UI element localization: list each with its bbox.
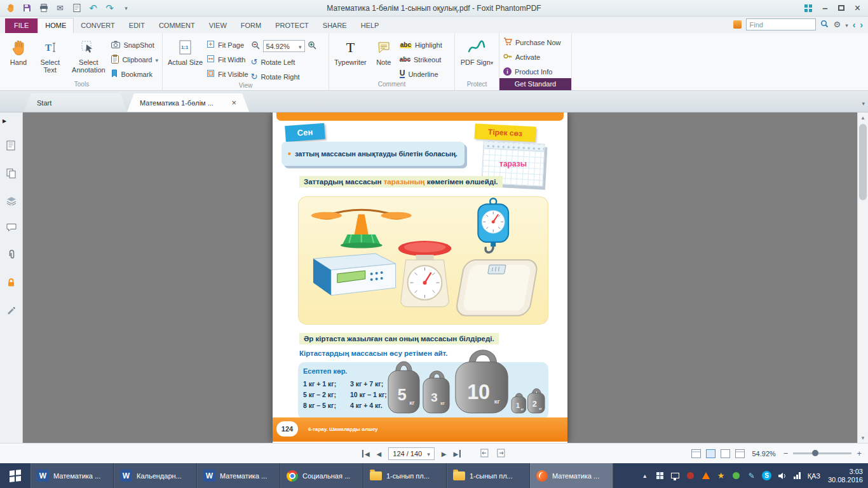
attachments-panel-icon[interactable] <box>8 250 15 261</box>
get-standard-button[interactable]: Get Standard <box>499 78 571 90</box>
comments-panel-icon[interactable] <box>6 223 17 233</box>
quick-find-icon[interactable] <box>733 20 742 29</box>
settings-caret-icon[interactable] <box>845 21 848 29</box>
taskbar-item-word-2[interactable]: Кальендарн... <box>114 463 197 488</box>
language-indicator[interactable]: ҚАЗ <box>808 472 820 480</box>
actual-size-button[interactable]: 1:1 Actual Size <box>166 36 204 67</box>
tab-edit[interactable]: EDIT <box>122 18 152 33</box>
undo-icon[interactable] <box>88 3 98 13</box>
close-tab-icon[interactable] <box>231 98 236 107</box>
highlight-button[interactable]: abc Highlight <box>400 40 442 50</box>
taskbar-item-word-3[interactable]: Математика ... <box>197 463 280 488</box>
search-icon[interactable] <box>820 20 829 29</box>
taskbar-item-chrome[interactable]: Социальная ... <box>280 463 363 488</box>
tab-convert[interactable]: CONVERT <box>74 18 122 33</box>
skype-icon[interactable] <box>762 471 772 481</box>
redo-icon[interactable] <box>104 3 115 13</box>
rotate-right-button[interactable]: ↻ Rotate Right <box>251 72 317 81</box>
clock[interactable]: 3:03 30.08.2016 <box>825 468 863 484</box>
bookmarks-panel-icon[interactable] <box>6 140 16 152</box>
fit-page-button[interactable]: Fit Page <box>207 40 248 50</box>
zoom-combobox[interactable]: 54.92% <box>263 40 305 52</box>
customize-toolbar-caret-icon[interactable] <box>121 3 132 13</box>
product-info-button[interactable]: i Product Info <box>503 67 561 76</box>
zoom-out-button[interactable]: − <box>783 449 789 458</box>
pen-app-icon[interactable] <box>747 471 757 481</box>
zoom-slider[interactable] <box>793 452 851 454</box>
speaker-icon[interactable] <box>777 471 787 481</box>
scroll-up-icon[interactable] <box>858 112 868 123</box>
tab-file[interactable]: FILE <box>5 18 37 33</box>
clipboard-button[interactable]: Clipboard <box>111 55 158 64</box>
tab-view[interactable]: VIEW <box>202 18 234 33</box>
start-button[interactable] <box>0 463 31 488</box>
print-icon[interactable] <box>38 3 49 13</box>
record-app-icon[interactable] <box>686 471 696 481</box>
tab-home[interactable]: HOME <box>37 18 74 33</box>
snapshot-button[interactable]: SnapShot <box>111 40 158 50</box>
apps-grid-icon[interactable] <box>804 4 812 12</box>
star-app-icon[interactable] <box>716 471 726 481</box>
typewriter-button[interactable]: T Typewriter <box>333 36 368 67</box>
maximize-button[interactable] <box>838 5 844 11</box>
tab-comment[interactable]: COMMENT <box>152 18 202 33</box>
tab-protect[interactable]: PROTECT <box>268 18 316 33</box>
layers-panel-icon[interactable] <box>6 196 17 207</box>
facing-view-icon[interactable] <box>721 449 730 458</box>
pdf-page[interactable]: Сен • заттың массасын анықтауды білетін … <box>273 112 567 443</box>
taskbar-item-word-1[interactable]: Математика ... <box>31 463 114 488</box>
panel-toggle-icon[interactable] <box>0 116 6 124</box>
tab-help[interactable]: HELP <box>354 18 386 33</box>
underline-button[interactable]: U Underline <box>400 69 442 79</box>
single-page-view-icon[interactable] <box>691 449 701 458</box>
pdf-sign-button[interactable]: PDF Sign <box>459 36 495 68</box>
rotate-left-button[interactable]: ↺ Rotate Left <box>251 57 317 67</box>
taskbar-item-foxit[interactable]: Математика ... <box>530 463 613 488</box>
page-number-combobox[interactable]: 124 / 140 <box>388 447 434 460</box>
next-page-button[interactable] <box>442 450 447 458</box>
green-app-icon[interactable] <box>731 471 742 481</box>
scrollbar-thumb[interactable] <box>859 124 867 200</box>
network-icon[interactable] <box>792 471 803 481</box>
doc-tab-start[interactable]: Start <box>24 93 127 112</box>
purchase-now-button[interactable]: Purchase Now <box>503 37 561 47</box>
taskbar-item-folder-2[interactable]: 1-сынып пл... <box>447 463 530 488</box>
previous-page-button[interactable] <box>377 450 382 458</box>
select-annotation-button[interactable]: Select Annotation <box>68 36 109 75</box>
strikeout-button[interactable]: abc Strikeout <box>400 55 442 64</box>
zoom-in-button[interactable]: + <box>857 449 862 458</box>
first-page-button[interactable] <box>362 450 370 458</box>
tab-share[interactable]: SHARE <box>316 18 354 33</box>
tiles-icon[interactable] <box>655 471 665 481</box>
signature-panel-icon[interactable] <box>6 305 16 316</box>
activate-button[interactable]: Activate <box>503 52 561 62</box>
chevron-left-icon[interactable] <box>853 20 856 30</box>
find-input[interactable] <box>746 18 816 30</box>
print-preview-icon[interactable] <box>71 3 82 13</box>
continuous-facing-view-icon[interactable] <box>735 449 745 458</box>
fit-visible-button[interactable]: Fit Visible <box>207 69 248 79</box>
last-page-button[interactable] <box>453 450 461 458</box>
tab-form[interactable]: FORM <box>234 18 268 33</box>
minimize-button[interactable] <box>822 3 827 13</box>
note-button[interactable]: Note <box>370 36 397 67</box>
bookmark-button[interactable]: Bookmark <box>111 69 158 79</box>
previous-view-icon[interactable] <box>480 449 489 459</box>
scroll-down-icon[interactable] <box>858 433 868 443</box>
hand-tool-icon[interactable] <box>5 3 16 13</box>
save-icon[interactable] <box>22 3 32 13</box>
zoom-in-icon[interactable] <box>308 41 317 51</box>
chevron-right-icon[interactable] <box>860 20 863 30</box>
hand-button[interactable]: Hand <box>5 36 32 67</box>
next-view-icon[interactable] <box>496 449 506 459</box>
continuous-view-icon[interactable] <box>706 449 715 458</box>
close-button[interactable] <box>855 3 860 14</box>
taskbar-item-folder-1[interactable]: 1-сынып пл... <box>363 463 447 488</box>
zoom-out-icon[interactable] <box>251 41 261 51</box>
security-panel-icon[interactable] <box>6 278 16 288</box>
display-icon[interactable] <box>670 471 681 481</box>
email-icon[interactable] <box>55 3 65 13</box>
tab-list-caret-icon[interactable] <box>862 99 865 107</box>
select-text-button[interactable]: T Select Text <box>34 36 65 75</box>
vertical-scrollbar[interactable] <box>857 112 868 443</box>
